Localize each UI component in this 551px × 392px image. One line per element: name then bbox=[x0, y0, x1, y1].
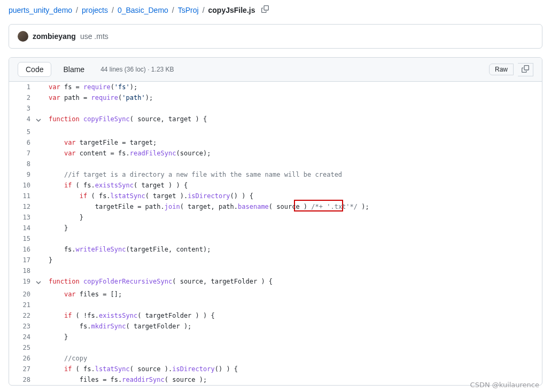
line-content[interactable]: } bbox=[44, 255, 52, 265]
line-number[interactable]: 4 bbox=[9, 114, 36, 127]
code-line: 19function copyFolderRecursiveSync( sour… bbox=[9, 276, 542, 289]
code-line: 1var fs = require('fs'); bbox=[9, 82, 542, 92]
line-number[interactable]: 5 bbox=[9, 127, 36, 137]
breadcrumb-projects[interactable]: projects bbox=[82, 6, 108, 14]
breadcrumb-basicdemo[interactable]: 0_Basic_Demo bbox=[118, 6, 168, 14]
line-number[interactable]: 1 bbox=[9, 82, 36, 92]
copy-raw-icon[interactable] bbox=[518, 63, 533, 76]
line-content[interactable]: } bbox=[44, 212, 83, 223]
fold-chevron-icon bbox=[36, 289, 44, 300]
line-number[interactable]: 27 bbox=[9, 364, 36, 374]
file-info: 44 lines (36 loc) · 1.23 KB bbox=[100, 66, 174, 73]
line-content[interactable]: } bbox=[44, 223, 68, 233]
line-content[interactable] bbox=[44, 103, 52, 114]
line-number[interactable]: 20 bbox=[9, 289, 36, 300]
fold-chevron-icon bbox=[36, 148, 44, 159]
line-content[interactable]: } bbox=[44, 332, 68, 342]
line-number[interactable]: 15 bbox=[9, 233, 36, 244]
line-number[interactable]: 21 bbox=[9, 300, 36, 310]
line-number[interactable]: 6 bbox=[9, 137, 36, 148]
blame-tab[interactable]: Blame bbox=[56, 62, 92, 76]
line-content[interactable]: //if target is a directory a new file wi… bbox=[44, 169, 342, 180]
fold-chevron-icon[interactable] bbox=[36, 114, 44, 127]
fold-chevron-icon bbox=[36, 137, 44, 148]
code-line: 27 if ( fs.lstatSync( source ).isDirecto… bbox=[9, 364, 542, 374]
line-content[interactable]: files = fs.readdirSync( source ); bbox=[44, 374, 207, 385]
code-area: 1var fs = require('fs');2var path = requ… bbox=[9, 82, 542, 385]
fold-chevron-icon bbox=[36, 233, 44, 244]
line-content[interactable]: if ( fs.lstatSync( target ).isDirectory(… bbox=[44, 191, 253, 201]
line-content[interactable] bbox=[44, 300, 52, 310]
line-content[interactable]: //copy bbox=[44, 353, 87, 364]
line-number[interactable]: 3 bbox=[9, 103, 36, 114]
line-number[interactable]: 13 bbox=[9, 212, 36, 223]
line-number[interactable]: 7 bbox=[9, 148, 36, 159]
line-content[interactable]: if ( fs.existsSync( target ) ) { bbox=[44, 180, 188, 191]
code-line: 9 //if target is a directory a new file … bbox=[9, 169, 542, 180]
line-number[interactable]: 14 bbox=[9, 223, 36, 233]
commit-author[interactable]: zombieyang bbox=[33, 32, 76, 41]
line-number[interactable]: 8 bbox=[9, 159, 36, 169]
fold-chevron-icon bbox=[36, 212, 44, 223]
fold-chevron-icon bbox=[36, 255, 44, 265]
line-content[interactable]: function copyFolderRecursiveSync( source… bbox=[44, 276, 273, 289]
line-number[interactable]: 22 bbox=[9, 310, 36, 321]
line-content[interactable]: fs.mkdirSync( targetFolder ); bbox=[44, 321, 191, 332]
fold-chevron-icon bbox=[36, 201, 44, 212]
code-line: 22 if ( !fs.existsSync( targetFolder ) )… bbox=[9, 310, 542, 321]
line-number[interactable]: 25 bbox=[9, 342, 36, 353]
fold-chevron-icon bbox=[36, 364, 44, 374]
line-number[interactable]: 26 bbox=[9, 353, 36, 364]
line-number[interactable]: 11 bbox=[9, 191, 36, 201]
fold-chevron-icon bbox=[36, 265, 44, 276]
line-content[interactable]: fs.writeFileSync(targetFile, content); bbox=[44, 244, 211, 255]
line-content[interactable]: function copyFileSync( source, target ) … bbox=[44, 114, 207, 127]
line-number[interactable]: 23 bbox=[9, 321, 36, 332]
code-line: 7 var content = fs.readFileSync(source); bbox=[9, 148, 542, 159]
line-number[interactable]: 24 bbox=[9, 332, 36, 342]
line-content[interactable]: targetFile = path.join( target, path.bas… bbox=[44, 201, 369, 212]
line-content[interactable]: var files = []; bbox=[44, 289, 122, 300]
line-content[interactable]: var content = fs.readFileSync(source); bbox=[44, 148, 211, 159]
line-number[interactable]: 10 bbox=[9, 180, 36, 191]
line-number[interactable]: 9 bbox=[9, 169, 36, 180]
line-number[interactable]: 2 bbox=[9, 92, 36, 103]
line-content[interactable]: var fs = require('fs'); bbox=[44, 82, 137, 92]
code-line: 2var path = require('path'); bbox=[9, 92, 542, 103]
file-toolbar: Code Blame 44 lines (36 loc) · 1.23 KB R… bbox=[9, 58, 542, 82]
line-content[interactable] bbox=[44, 159, 52, 169]
line-content[interactable] bbox=[44, 233, 52, 244]
line-number[interactable]: 19 bbox=[9, 276, 36, 289]
raw-button[interactable]: Raw bbox=[489, 64, 514, 75]
breadcrumb-sep: / bbox=[112, 6, 114, 14]
copy-path-icon[interactable] bbox=[258, 5, 269, 14]
line-content[interactable] bbox=[44, 127, 52, 137]
breadcrumb-sep: / bbox=[76, 6, 78, 14]
fold-chevron-icon bbox=[36, 92, 44, 103]
line-number[interactable]: 28 bbox=[9, 374, 36, 385]
code-tab[interactable]: Code bbox=[18, 62, 51, 77]
fold-chevron-icon bbox=[36, 223, 44, 233]
fold-chevron-icon bbox=[36, 159, 44, 169]
line-content[interactable]: if ( fs.lstatSync( source ).isDirectory(… bbox=[44, 364, 238, 374]
line-number[interactable]: 17 bbox=[9, 255, 36, 265]
code-line: 16 fs.writeFileSync(targetFile, content)… bbox=[9, 244, 542, 255]
code-line: 24 } bbox=[9, 332, 542, 342]
line-content[interactable] bbox=[44, 342, 52, 353]
code-line: 15 bbox=[9, 233, 542, 244]
line-content[interactable]: if ( !fs.existsSync( targetFolder ) ) { bbox=[44, 310, 215, 321]
line-content[interactable] bbox=[44, 265, 52, 276]
line-content[interactable]: var path = require('path'); bbox=[44, 92, 153, 103]
line-number[interactable]: 12 bbox=[9, 201, 36, 212]
watermark: CSDN @kuilaurence bbox=[470, 381, 539, 389]
commit-message[interactable]: use .mts bbox=[80, 32, 108, 41]
code-line: 4function copyFileSync( source, target )… bbox=[9, 114, 542, 127]
fold-chevron-icon bbox=[36, 103, 44, 114]
avatar[interactable] bbox=[18, 31, 28, 42]
fold-chevron-icon[interactable] bbox=[36, 276, 44, 289]
line-number[interactable]: 16 bbox=[9, 244, 36, 255]
breadcrumb-root[interactable]: puerts_unity_demo bbox=[9, 6, 72, 14]
line-number[interactable]: 18 bbox=[9, 265, 36, 276]
line-content[interactable]: var targetFile = target; bbox=[44, 137, 157, 148]
breadcrumb-tsproj[interactable]: TsProj bbox=[178, 6, 199, 14]
